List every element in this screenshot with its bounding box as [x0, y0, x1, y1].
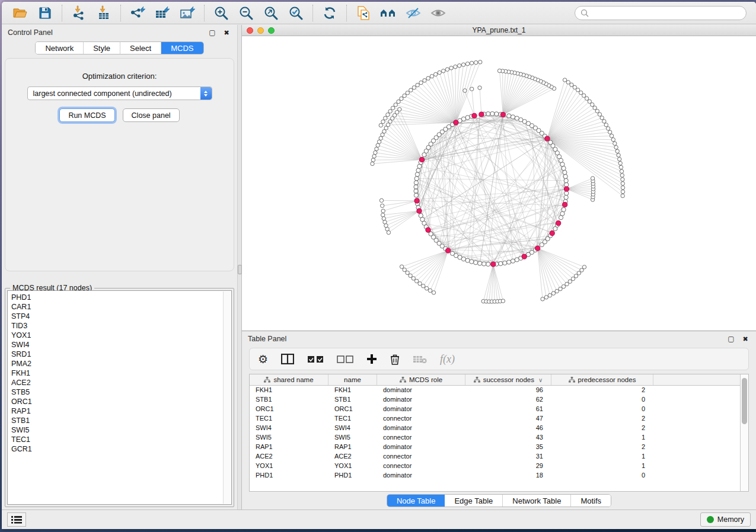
table-row[interactable]: SWI4SWI4dominator462 — [250, 424, 740, 433]
result-scrollbar[interactable] — [223, 291, 231, 504]
search-input[interactable] — [575, 6, 747, 20]
table-row[interactable]: SWI5SWI5connector431 — [250, 433, 740, 443]
mcds-result-item[interactable]: ACE2 — [11, 378, 231, 387]
cell: FKH1 — [250, 386, 328, 395]
tab-node-table[interactable]: Node Table — [387, 495, 445, 507]
open-session-icon[interactable] — [10, 4, 30, 22]
column-header-MCDS-role[interactable]: MCDS role — [377, 374, 465, 385]
table-row[interactable]: TEC1TEC1connector472 — [250, 414, 740, 424]
table-scrollbar[interactable] — [740, 374, 748, 491]
mcds-result-item[interactable]: GCR1 — [11, 444, 231, 454]
toolbar-separator — [346, 5, 347, 21]
tab-style[interactable]: Style — [84, 42, 120, 54]
vertical-splitter[interactable] — [237, 25, 242, 509]
column-header-predecessor-nodes[interactable]: predecessor nodes — [551, 374, 653, 385]
cell: 47 — [465, 414, 551, 424]
export-table-icon[interactable] — [152, 4, 173, 22]
mcds-result-item[interactable]: PHD1 — [11, 293, 231, 302]
mcds-result-item[interactable]: ORC1 — [11, 397, 231, 406]
column-layout-icon[interactable] — [281, 352, 294, 366]
float-table-panel-icon[interactable]: ▢ — [726, 334, 736, 344]
tab-mcds[interactable]: MCDS — [161, 42, 203, 54]
show-all-icon[interactable] — [428, 4, 448, 22]
mcds-result-item[interactable]: TEC1 — [11, 435, 231, 444]
task-history-button[interactable] — [7, 512, 26, 527]
column-header-successor-nodes[interactable]: successor nodes∨ — [465, 374, 551, 385]
mcds-result-item[interactable]: STB5 — [11, 387, 231, 397]
duplicate-network-icon[interactable] — [353, 4, 374, 22]
select-all-rows-icon[interactable] — [307, 352, 324, 366]
cell: 1 — [551, 433, 653, 443]
table-row[interactable]: ORC1ORC1dominator610 — [250, 405, 740, 414]
mcds-result-item[interactable]: STP4 — [11, 312, 231, 321]
table-body: FKH1FKH1dominator962STB1STB1dominator620… — [250, 386, 740, 491]
table-row[interactable]: FKH1FKH1dominator962 — [250, 386, 740, 395]
toolbar-separator — [204, 5, 205, 21]
tab-select[interactable]: Select — [120, 42, 161, 54]
close-panel-icon[interactable]: ✖ — [222, 28, 231, 37]
add-column-icon[interactable] — [366, 352, 377, 366]
tree-icon — [264, 377, 270, 383]
tab-motifs[interactable]: Motifs — [571, 495, 611, 507]
close-table-panel-icon[interactable]: ✖ — [741, 334, 750, 344]
table-scrollbar-thumb[interactable] — [742, 378, 747, 424]
window-zoom-icon[interactable] — [268, 27, 275, 34]
zoom-fit-icon[interactable] — [261, 4, 281, 22]
table-row[interactable]: YOX1YOX1connector291 — [250, 462, 740, 471]
settings-gear-icon[interactable]: ⚙ — [258, 352, 268, 366]
status-bar: Memory — [2, 509, 756, 529]
network-window-titlebar[interactable]: YPA_prune.txt_1 — [242, 25, 756, 36]
window-close-icon[interactable] — [247, 27, 253, 34]
cell: connector — [377, 462, 465, 471]
close-panel-button[interactable]: Close panel — [123, 108, 180, 122]
table-row[interactable]: STB1STB1dominator620 — [250, 395, 740, 405]
memory-status-icon — [707, 516, 714, 523]
mcds-result-item[interactable]: SRD1 — [11, 350, 231, 359]
first-neighbors-icon[interactable] — [378, 4, 398, 22]
column-header-name[interactable]: name — [328, 374, 377, 385]
table-row[interactable]: PHD1PHD1dominator180 — [250, 471, 740, 480]
tab-network-table[interactable]: Network Table — [503, 495, 571, 507]
function-builder-icon[interactable]: f(x) — [440, 352, 455, 366]
cell: 35 — [465, 443, 551, 452]
cell: STB1 — [250, 395, 328, 405]
node-table: shared namenameMCDS rolesuccessor nodes∨… — [249, 374, 749, 492]
export-network-icon[interactable] — [127, 4, 148, 22]
refresh-view-icon[interactable] — [320, 4, 340, 22]
network-window-title: YPA_prune.txt_1 — [242, 26, 756, 34]
float-panel-icon[interactable]: ▢ — [208, 28, 217, 37]
mcds-result-item[interactable]: RAP1 — [11, 406, 231, 416]
tab-network[interactable]: Network — [36, 42, 84, 54]
cell: SWI4 — [250, 424, 328, 433]
save-session-icon[interactable] — [35, 4, 55, 22]
zoom-selected-icon[interactable] — [286, 4, 306, 22]
run-mcds-button[interactable]: Run MCDS — [59, 108, 114, 122]
hide-selected-icon[interactable] — [403, 4, 423, 22]
mcds-result-item[interactable]: TID3 — [11, 321, 231, 331]
column-header-shared-name[interactable]: shared name — [250, 374, 328, 385]
mcds-result-item[interactable]: SWI5 — [11, 425, 231, 435]
mcds-result-item[interactable]: STB1 — [11, 416, 231, 425]
criterion-select[interactable]: largest connected component (undirected) — [27, 86, 212, 100]
import-table-icon[interactable] — [94, 4, 114, 22]
network-canvas[interactable] — [242, 36, 756, 331]
tab-edge-table[interactable]: Edge Table — [445, 495, 503, 507]
import-network-icon[interactable] — [69, 4, 89, 22]
mcds-result-item[interactable]: FKH1 — [11, 368, 231, 378]
zoom-out-icon[interactable] — [236, 4, 256, 22]
export-image-icon[interactable] — [177, 4, 197, 22]
mcds-result-item[interactable]: PMA2 — [11, 359, 231, 368]
delete-table-icon[interactable] — [413, 352, 427, 366]
cell: ACE2 — [250, 452, 328, 462]
mcds-result-item[interactable]: CAR1 — [11, 302, 231, 312]
cell: dominator — [377, 386, 465, 395]
mcds-result-item[interactable]: SWI4 — [11, 340, 231, 350]
memory-button[interactable]: Memory — [700, 512, 751, 527]
zoom-in-icon[interactable] — [211, 4, 231, 22]
delete-column-icon[interactable] — [390, 352, 400, 366]
window-minimize-icon[interactable] — [257, 27, 264, 34]
mcds-result-item[interactable]: YOX1 — [11, 331, 231, 340]
deselect-all-rows-icon[interactable] — [337, 352, 353, 366]
table-row[interactable]: ACE2ACE2connector311 — [250, 452, 740, 462]
table-row[interactable]: RAP1RAP1dominator352 — [250, 443, 740, 452]
